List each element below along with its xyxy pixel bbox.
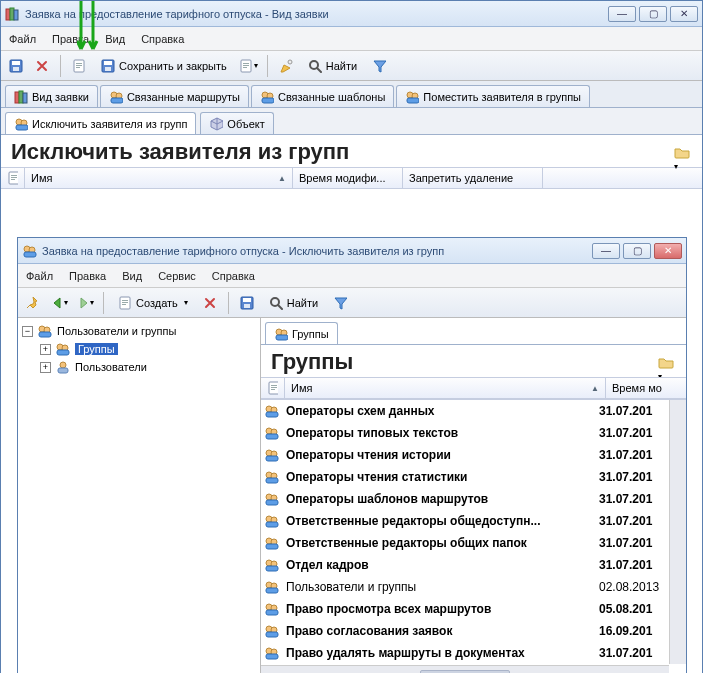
- list-item[interactable]: Операторы чтения статистики31.07.201: [261, 466, 668, 488]
- pin-button[interactable]: [22, 292, 44, 314]
- col-modified[interactable]: Время мо: [606, 378, 686, 398]
- expander-icon[interactable]: +: [40, 344, 51, 355]
- menu-help[interactable]: Справка: [212, 270, 255, 282]
- filter-button[interactable]: [329, 292, 351, 314]
- menu-service[interactable]: Сервис: [158, 270, 196, 282]
- save-close-icon: [101, 59, 115, 73]
- menu-file[interactable]: Файл: [9, 33, 36, 45]
- outer-toolbar: Сохранить и закрыть ▾ Найти: [1, 51, 702, 81]
- group-name: Пользователи и группы: [286, 580, 416, 594]
- new-doc-button[interactable]: [68, 55, 90, 77]
- subtab-object[interactable]: Объект: [200, 112, 273, 134]
- doc-dropdown-button[interactable]: ▾: [238, 55, 260, 77]
- group-date: 31.07.201: [599, 536, 665, 550]
- group-icon: [109, 90, 123, 104]
- list-item[interactable]: Пользователи и группы02.08.2013: [261, 576, 668, 598]
- separator: [228, 292, 229, 314]
- list-item[interactable]: Ответственные редакторы общедоступн...31…: [261, 510, 668, 532]
- forward-button[interactable]: ▾: [74, 292, 96, 314]
- list-item[interactable]: Операторы шаблонов маршрутов31.07.201: [261, 488, 668, 510]
- group-icon: [264, 602, 280, 616]
- scroll-grip[interactable]: [420, 670, 510, 674]
- folder-icon[interactable]: ▾: [658, 355, 676, 369]
- doc-icon: [7, 171, 18, 185]
- save-and-close-button[interactable]: Сохранить и закрыть: [94, 55, 234, 77]
- delete-button[interactable]: [31, 55, 53, 77]
- expander-icon[interactable]: −: [22, 326, 33, 337]
- horizontal-scrollbar[interactable]: [261, 665, 669, 673]
- tab-view-type[interactable]: Вид заявки: [5, 85, 98, 107]
- filter-button[interactable]: [368, 55, 390, 77]
- list-item[interactable]: Право просмотра всех маршрутов05.08.201: [261, 598, 668, 620]
- save-button[interactable]: [236, 292, 258, 314]
- inner-titlebar: Заявка на предоставление тарифного отпус…: [18, 238, 686, 264]
- folder-icon[interactable]: ▾: [674, 145, 692, 159]
- tab-routes[interactable]: Связанные маршруты: [100, 85, 249, 107]
- group-icon: [264, 646, 280, 660]
- group-icon: [260, 90, 274, 104]
- tab-templates[interactable]: Связанные шаблоны: [251, 85, 394, 107]
- maximize-button[interactable]: ▢: [639, 6, 667, 22]
- close-button[interactable]: ✕: [654, 243, 682, 259]
- menu-help[interactable]: Справка: [141, 33, 184, 45]
- list-item[interactable]: Операторы схем данных31.07.201: [261, 400, 668, 422]
- list-item[interactable]: Ответственные редакторы общих папок31.07…: [261, 532, 668, 554]
- list-item[interactable]: Право согласования заявок16.09.201: [261, 620, 668, 642]
- col-modified[interactable]: Время модифи...: [293, 168, 403, 188]
- group-date: 05.08.201: [599, 602, 665, 616]
- inner-toolbar: ▾ ▾ Создать▾ Найти: [18, 288, 686, 318]
- col-deny-delete[interactable]: Запретить удаление: [403, 168, 543, 188]
- tree-node-users[interactable]: + Пользователи: [22, 358, 256, 376]
- group-date: 02.08.2013: [599, 580, 665, 594]
- pick-button[interactable]: [275, 55, 297, 77]
- minimize-button[interactable]: —: [608, 6, 636, 22]
- group-date: 16.09.201: [599, 624, 665, 638]
- list-item[interactable]: Операторы типовых текстов31.07.201: [261, 422, 668, 444]
- right-tabstrip: Группы: [261, 318, 686, 345]
- expander-icon[interactable]: +: [40, 362, 51, 373]
- group-date: 31.07.201: [599, 514, 665, 528]
- group-name: Операторы шаблонов маршрутов: [286, 492, 488, 506]
- group-icon: [264, 426, 280, 440]
- group-icon: [55, 342, 71, 356]
- list-item[interactable]: Отдел кадров31.07.201: [261, 554, 668, 576]
- back-button[interactable]: ▾: [48, 292, 70, 314]
- outer-title: Заявка на предоставление тарифного отпус…: [25, 8, 608, 20]
- group-icon: [405, 90, 419, 104]
- group-icon: [264, 580, 280, 594]
- col-name[interactable]: Имя▲: [25, 168, 293, 188]
- search-icon: [308, 59, 322, 73]
- subtab-exclude-from-groups[interactable]: Исключить заявителя из групп: [5, 112, 196, 134]
- list-item[interactable]: Операторы чтения истории31.07.201: [261, 444, 668, 466]
- col-name[interactable]: Имя▲: [285, 378, 606, 398]
- cube-icon: [209, 117, 223, 131]
- outer-tabstrip: Вид заявки Связанные маршруты Связанные …: [1, 81, 702, 108]
- books-icon: [14, 90, 28, 104]
- menu-edit[interactable]: Правка: [69, 270, 106, 282]
- group-name: Право просмотра всех маршрутов: [286, 602, 491, 616]
- create-button[interactable]: Создать▾: [111, 292, 195, 314]
- group-date: 31.07.201: [599, 646, 665, 660]
- group-date: 31.07.201: [599, 448, 665, 462]
- maximize-button[interactable]: ▢: [623, 243, 651, 259]
- find-button[interactable]: Найти: [301, 55, 364, 77]
- vertical-scrollbar[interactable]: [669, 400, 686, 664]
- sort-asc-icon: ▲: [278, 174, 286, 183]
- menu-file[interactable]: Файл: [26, 270, 53, 282]
- tree-root[interactable]: − Пользователи и группы: [22, 322, 256, 340]
- list-item[interactable]: Право удалять маршруты в документах31.07…: [261, 642, 668, 664]
- minimize-button[interactable]: —: [592, 243, 620, 259]
- close-button[interactable]: ✕: [670, 6, 698, 22]
- col-icon[interactable]: [1, 168, 25, 188]
- menu-edit[interactable]: Правка: [52, 33, 89, 45]
- tree-node-groups[interactable]: + Группы: [22, 340, 256, 358]
- tab-groups[interactable]: Группы: [265, 322, 338, 344]
- delete-button[interactable]: [199, 292, 221, 314]
- group-icon: [264, 404, 280, 418]
- find-button[interactable]: Найти: [262, 292, 325, 314]
- menu-view[interactable]: Вид: [105, 33, 125, 45]
- col-icon[interactable]: [261, 378, 285, 398]
- menu-view[interactable]: Вид: [122, 270, 142, 282]
- tab-add-to-groups[interactable]: Поместить заявителя в группы: [396, 85, 590, 107]
- save-button[interactable]: [5, 55, 27, 77]
